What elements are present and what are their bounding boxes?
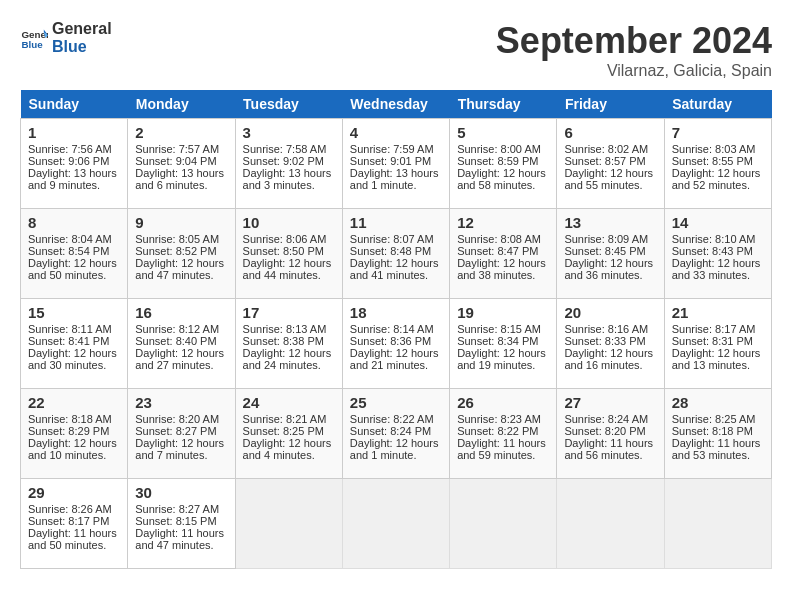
calendar-day-17: 17Sunrise: 8:13 AMSunset: 8:38 PMDayligh… [235,299,342,389]
calendar-day-23: 23Sunrise: 8:20 AMSunset: 8:27 PMDayligh… [128,389,235,479]
calendar-day-10: 10Sunrise: 8:06 AMSunset: 8:50 PMDayligh… [235,209,342,299]
calendar-day-14: 14Sunrise: 8:10 AMSunset: 8:43 PMDayligh… [664,209,771,299]
day-header-sunday: Sunday [21,90,128,119]
calendar-day-5: 5Sunrise: 8:00 AMSunset: 8:59 PMDaylight… [450,119,557,209]
calendar-empty [342,479,449,569]
calendar-day-21: 21Sunrise: 8:17 AMSunset: 8:31 PMDayligh… [664,299,771,389]
calendar-day-28: 28Sunrise: 8:25 AMSunset: 8:18 PMDayligh… [664,389,771,479]
day-header-monday: Monday [128,90,235,119]
calendar-day-24: 24Sunrise: 8:21 AMSunset: 8:25 PMDayligh… [235,389,342,479]
day-header-thursday: Thursday [450,90,557,119]
calendar-day-18: 18Sunrise: 8:14 AMSunset: 8:36 PMDayligh… [342,299,449,389]
calendar-day-20: 20Sunrise: 8:16 AMSunset: 8:33 PMDayligh… [557,299,664,389]
day-header-wednesday: Wednesday [342,90,449,119]
calendar-empty [450,479,557,569]
calendar-week-2: 8Sunrise: 8:04 AMSunset: 8:54 PMDaylight… [21,209,772,299]
day-header-tuesday: Tuesday [235,90,342,119]
calendar-week-4: 22Sunrise: 8:18 AMSunset: 8:29 PMDayligh… [21,389,772,479]
title-block: September 2024 Vilarnaz, Galicia, Spain [496,20,772,80]
calendar-day-4: 4Sunrise: 7:59 AMSunset: 9:01 PMDaylight… [342,119,449,209]
calendar-day-7: 7Sunrise: 8:03 AMSunset: 8:55 PMDaylight… [664,119,771,209]
month-title: September 2024 [496,20,772,62]
calendar-week-5: 29Sunrise: 8:26 AMSunset: 8:17 PMDayligh… [21,479,772,569]
calendar-day-25: 25Sunrise: 8:22 AMSunset: 8:24 PMDayligh… [342,389,449,479]
logo-line1: General [52,20,112,38]
day-header-saturday: Saturday [664,90,771,119]
day-header-friday: Friday [557,90,664,119]
calendar-day-29: 29Sunrise: 8:26 AMSunset: 8:17 PMDayligh… [21,479,128,569]
calendar-day-11: 11Sunrise: 8:07 AMSunset: 8:48 PMDayligh… [342,209,449,299]
calendar-empty [235,479,342,569]
calendar-day-3: 3Sunrise: 7:58 AMSunset: 9:02 PMDaylight… [235,119,342,209]
page-header: General Blue General Blue September 2024… [20,20,772,80]
logo-line2: Blue [52,38,112,56]
calendar-day-13: 13Sunrise: 8:09 AMSunset: 8:45 PMDayligh… [557,209,664,299]
calendar-day-19: 19Sunrise: 8:15 AMSunset: 8:34 PMDayligh… [450,299,557,389]
calendar-header-row: SundayMondayTuesdayWednesdayThursdayFrid… [21,90,772,119]
calendar-week-3: 15Sunrise: 8:11 AMSunset: 8:41 PMDayligh… [21,299,772,389]
calendar-day-26: 26Sunrise: 8:23 AMSunset: 8:22 PMDayligh… [450,389,557,479]
calendar-day-9: 9Sunrise: 8:05 AMSunset: 8:52 PMDaylight… [128,209,235,299]
location-title: Vilarnaz, Galicia, Spain [496,62,772,80]
calendar-day-6: 6Sunrise: 8:02 AMSunset: 8:57 PMDaylight… [557,119,664,209]
logo-icon: General Blue [20,24,48,52]
calendar-body: 1Sunrise: 7:56 AMSunset: 9:06 PMDaylight… [21,119,772,569]
calendar-day-27: 27Sunrise: 8:24 AMSunset: 8:20 PMDayligh… [557,389,664,479]
calendar-day-2: 2Sunrise: 7:57 AMSunset: 9:04 PMDaylight… [128,119,235,209]
calendar-day-8: 8Sunrise: 8:04 AMSunset: 8:54 PMDaylight… [21,209,128,299]
calendar-week-1: 1Sunrise: 7:56 AMSunset: 9:06 PMDaylight… [21,119,772,209]
calendar-table: SundayMondayTuesdayWednesdayThursdayFrid… [20,90,772,569]
calendar-day-22: 22Sunrise: 8:18 AMSunset: 8:29 PMDayligh… [21,389,128,479]
calendar-day-16: 16Sunrise: 8:12 AMSunset: 8:40 PMDayligh… [128,299,235,389]
svg-text:Blue: Blue [21,39,43,50]
calendar-day-1: 1Sunrise: 7:56 AMSunset: 9:06 PMDaylight… [21,119,128,209]
calendar-day-15: 15Sunrise: 8:11 AMSunset: 8:41 PMDayligh… [21,299,128,389]
calendar-empty [664,479,771,569]
calendar-day-12: 12Sunrise: 8:08 AMSunset: 8:47 PMDayligh… [450,209,557,299]
calendar-day-30: 30Sunrise: 8:27 AMSunset: 8:15 PMDayligh… [128,479,235,569]
calendar-empty [557,479,664,569]
logo: General Blue General Blue [20,20,112,56]
